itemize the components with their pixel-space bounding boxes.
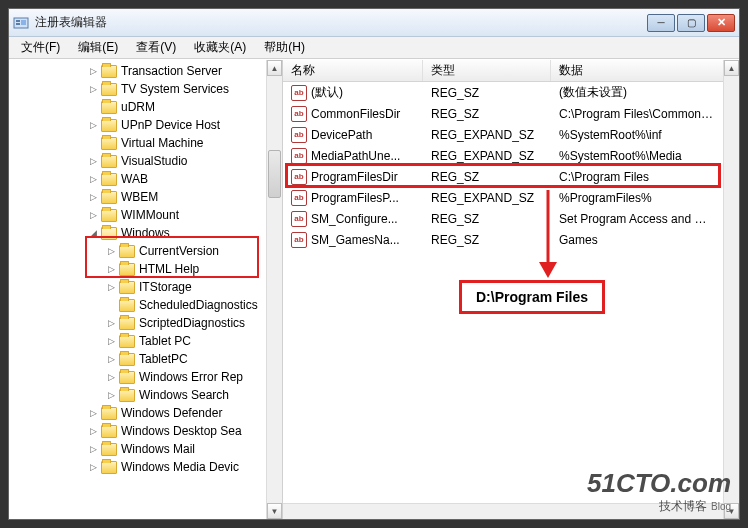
- tree-item[interactable]: ▷Windows Desktop Sea: [9, 422, 266, 440]
- tree-item[interactable]: ▷UPnP Device Host: [9, 116, 266, 134]
- tree-item[interactable]: ▷TV System Services: [9, 80, 266, 98]
- scroll-up-icon[interactable]: ▲: [724, 60, 739, 76]
- expand-icon[interactable]: ▷: [105, 263, 117, 275]
- value-data: Set Program Access and Defaults: [551, 212, 723, 226]
- tree-item[interactable]: ▷ITStorage: [9, 278, 266, 296]
- expand-icon[interactable]: ▷: [105, 245, 117, 257]
- scroll-up-icon[interactable]: ▲: [267, 60, 282, 76]
- value-type: REG_SZ: [423, 170, 551, 184]
- expand-icon[interactable]: ▷: [105, 335, 117, 347]
- folder-icon: [101, 209, 117, 222]
- tree-item-label: HTML Help: [139, 262, 199, 276]
- list-header[interactable]: 名称 类型 数据: [283, 60, 739, 82]
- expand-icon[interactable]: ▷: [87, 425, 99, 437]
- tree-item[interactable]: ▷WAB: [9, 170, 266, 188]
- tree-item[interactable]: ▷Transaction Server: [9, 62, 266, 80]
- tree-item[interactable]: ▷CurrentVersion: [9, 242, 266, 260]
- expand-icon[interactable]: ▷: [87, 173, 99, 185]
- menu-file[interactable]: 文件(F): [13, 37, 68, 58]
- expand-icon[interactable]: ▷: [105, 389, 117, 401]
- expand-icon[interactable]: ▷: [105, 371, 117, 383]
- tree-item[interactable]: ScheduledDiagnostics: [9, 296, 266, 314]
- col-data[interactable]: 数据: [551, 60, 739, 81]
- menu-favorites[interactable]: 收藏夹(A): [186, 37, 254, 58]
- tree-item[interactable]: ▷Windows Error Rep: [9, 368, 266, 386]
- tree-item[interactable]: ▷Windows Defender: [9, 404, 266, 422]
- string-value-icon: ab: [291, 232, 307, 248]
- list-row[interactable]: abProgramFilesP...REG_EXPAND_SZ%ProgramF…: [283, 187, 723, 208]
- expand-icon[interactable]: ▷: [87, 119, 99, 131]
- expand-icon[interactable]: ▷: [87, 65, 99, 77]
- maximize-button[interactable]: ▢: [677, 14, 705, 32]
- expand-icon[interactable]: ▷: [105, 317, 117, 329]
- menu-edit[interactable]: 编辑(E): [70, 37, 126, 58]
- collapse-icon[interactable]: ◢: [87, 227, 99, 239]
- folder-icon: [101, 407, 117, 420]
- list-vscrollbar[interactable]: ▲ ▼: [723, 60, 739, 519]
- value-name: ProgramFilesDir: [311, 170, 398, 184]
- list-row[interactable]: abProgramFilesDirREG_SZC:\Program Files: [283, 166, 723, 187]
- expand-icon[interactable]: ▷: [105, 353, 117, 365]
- expand-icon[interactable]: ▷: [87, 461, 99, 473]
- folder-icon: [101, 461, 117, 474]
- value-name: MediaPathUne...: [311, 149, 400, 163]
- folder-icon: [101, 443, 117, 456]
- tree-item[interactable]: ▷VisualStudio: [9, 152, 266, 170]
- close-button[interactable]: ✕: [707, 14, 735, 32]
- scroll-down-icon[interactable]: ▼: [724, 503, 739, 519]
- menubar: 文件(F) 编辑(E) 查看(V) 收藏夹(A) 帮助(H): [9, 37, 739, 59]
- list-row[interactable]: abCommonFilesDirREG_SZC:\Program Files\C…: [283, 103, 723, 124]
- expand-icon[interactable]: ▷: [87, 155, 99, 167]
- tree-item-label: Windows: [121, 226, 170, 240]
- tree-item-label: TabletPC: [139, 352, 188, 366]
- menu-help[interactable]: 帮助(H): [256, 37, 313, 58]
- titlebar[interactable]: 注册表编辑器 ─ ▢ ✕: [9, 9, 739, 37]
- expand-icon[interactable]: ▷: [87, 443, 99, 455]
- tree-item[interactable]: ▷WIMMount: [9, 206, 266, 224]
- folder-icon: [101, 425, 117, 438]
- tree-item[interactable]: ▷TabletPC: [9, 350, 266, 368]
- tree-item[interactable]: ▷ScriptedDiagnostics: [9, 314, 266, 332]
- list-row[interactable]: abMediaPathUne...REG_EXPAND_SZ%SystemRoo…: [283, 145, 723, 166]
- tree-scrollbar[interactable]: ▲ ▼: [266, 60, 282, 519]
- registry-tree[interactable]: ▷Transaction Server▷TV System ServicesuD…: [9, 60, 266, 478]
- annotation-label-box: D:\Program Files: [459, 280, 605, 314]
- col-type[interactable]: 类型: [423, 60, 551, 81]
- tree-item[interactable]: ▷HTML Help: [9, 260, 266, 278]
- tree-item[interactable]: ▷Tablet PC: [9, 332, 266, 350]
- tree-item-label: Windows Desktop Sea: [121, 424, 242, 438]
- expand-icon[interactable]: ▷: [87, 191, 99, 203]
- list-hscrollbar[interactable]: [283, 503, 723, 519]
- minimize-button[interactable]: ─: [647, 14, 675, 32]
- list-row[interactable]: ab(默认)REG_SZ(数值未设置): [283, 82, 723, 103]
- scrollbar-thumb[interactable]: [268, 150, 281, 198]
- value-name: CommonFilesDir: [311, 107, 400, 121]
- tree-item[interactable]: Virtual Machine: [9, 134, 266, 152]
- expand-icon[interactable]: ▷: [87, 209, 99, 221]
- string-value-icon: ab: [291, 190, 307, 206]
- tree-item[interactable]: ◢Windows: [9, 224, 266, 242]
- menu-view[interactable]: 查看(V): [128, 37, 184, 58]
- expand-icon[interactable]: ▷: [87, 407, 99, 419]
- col-name[interactable]: 名称: [283, 60, 423, 81]
- tree-item[interactable]: ▷WBEM: [9, 188, 266, 206]
- tree-item[interactable]: ▷Windows Media Devic: [9, 458, 266, 476]
- expand-icon[interactable]: ▷: [87, 83, 99, 95]
- folder-icon: [101, 101, 117, 114]
- tree-item-label: Windows Search: [139, 388, 229, 402]
- tree-item[interactable]: ▷Windows Mail: [9, 440, 266, 458]
- value-data: %ProgramFiles%: [551, 191, 723, 205]
- list-row[interactable]: abSM_GamesNa...REG_SZGames: [283, 229, 723, 250]
- value-type: REG_EXPAND_SZ: [423, 149, 551, 163]
- value-name: SM_Configure...: [311, 212, 398, 226]
- list-row[interactable]: abDevicePathREG_EXPAND_SZ%SystemRoot%\in…: [283, 124, 723, 145]
- svg-rect-2: [16, 23, 20, 25]
- scroll-down-icon[interactable]: ▼: [267, 503, 282, 519]
- tree-item-label: UPnP Device Host: [121, 118, 220, 132]
- tree-item[interactable]: ▷Windows Search: [9, 386, 266, 404]
- value-name: (默认): [311, 84, 343, 101]
- tree-item[interactable]: uDRM: [9, 98, 266, 116]
- tree-item-label: TV System Services: [121, 82, 229, 96]
- expand-icon[interactable]: ▷: [105, 281, 117, 293]
- list-row[interactable]: abSM_Configure...REG_SZSet Program Acces…: [283, 208, 723, 229]
